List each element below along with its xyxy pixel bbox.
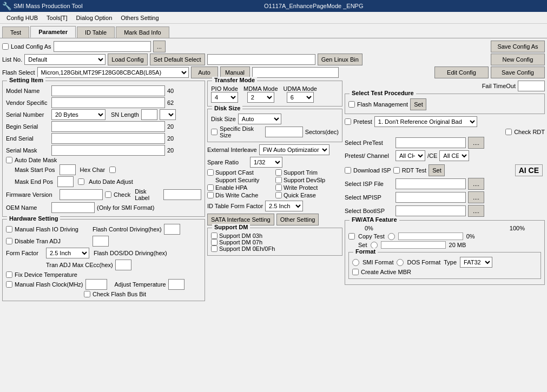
- gen-linux-bin-button[interactable]: Gen Linux Bin: [318, 54, 363, 65]
- flash-dosdo-label: Flash DOS/DO Driving(hex): [94, 250, 167, 256]
- browse-config-button[interactable]: ...: [153, 41, 166, 52]
- tab-bar: Test Parameter ID Table Mark Bad Info: [0, 24, 547, 38]
- auto-date-adjust-checkbox[interactable]: [78, 178, 84, 185]
- download-isp-checkbox[interactable]: [345, 167, 351, 174]
- external-interleave-select[interactable]: FW Auto Optimization: [259, 144, 329, 155]
- new-config-button[interactable]: New Config: [491, 54, 545, 65]
- begin-serial-input[interactable]: AA00000000000000550: [51, 121, 165, 132]
- save-config-as-button[interactable]: Save Config As: [491, 41, 545, 52]
- browse-bootisp-button[interactable]: ....: [468, 205, 484, 217]
- support-dm03h-checkbox[interactable]: [211, 232, 218, 239]
- all-ch-select[interactable]: All CH: [396, 150, 425, 161]
- tab-mark-bad-info[interactable]: Mark Bad Info: [116, 26, 169, 38]
- dos-format-radio[interactable]: [397, 259, 404, 266]
- menu-dialog-option[interactable]: Dialog Option: [72, 14, 117, 22]
- id-table-form-factor-select[interactable]: 2.5 Inch: [265, 201, 303, 211]
- manual-flash-io-checkbox[interactable]: [6, 226, 12, 232]
- mask-start-pos-label: Mask Start Pos: [15, 167, 55, 173]
- vendor-specific-input[interactable]: [51, 97, 165, 108]
- serial-mask-input[interactable]: AA##################: [51, 145, 165, 156]
- support-dm0eh-checkbox[interactable]: [211, 245, 218, 252]
- support-trim-checkbox[interactable]: [275, 169, 282, 176]
- specific-disk-size-checkbox[interactable]: [211, 129, 218, 135]
- check-flash-bus-bit-checkbox[interactable]: [84, 291, 90, 297]
- load-config-input[interactable]: [54, 41, 151, 52]
- support-devslp-checkbox[interactable]: [275, 177, 282, 183]
- manual-flash-clock-checkbox[interactable]: [6, 281, 12, 288]
- check-checkbox[interactable]: [105, 191, 111, 198]
- dis-write-cache-checkbox[interactable]: [207, 192, 214, 198]
- save-config-button[interactable]: Save Config: [491, 67, 545, 78]
- select-isp-file-input[interactable]: 2246nonDramRDT.bin: [396, 178, 466, 189]
- flash-management-checkbox[interactable]: [348, 101, 355, 108]
- flash-control-driving-input[interactable]: 77: [164, 224, 180, 235]
- support-cfast-checkbox[interactable]: [207, 169, 214, 176]
- list-no-select[interactable]: Default: [24, 54, 106, 65]
- disable-tran-adj-checkbox[interactable]: [6, 238, 12, 244]
- model-name-input[interactable]: SILICONMOTION SM2246XT: [51, 85, 165, 96]
- firmware-version-input[interactable]: [60, 189, 103, 200]
- pio-mode-select[interactable]: 4: [211, 92, 238, 103]
- browse-pretest-button[interactable]: ....: [468, 137, 484, 149]
- enable-hpa-checkbox[interactable]: [207, 184, 214, 191]
- disk-size-select[interactable]: Auto: [238, 114, 281, 124]
- tab-test[interactable]: Test: [2, 26, 29, 38]
- disk-label-input[interactable]: SSD DISK: [163, 189, 201, 200]
- spare-ratio-select[interactable]: 1/32: [250, 157, 282, 168]
- tran-adj-input[interactable]: 0: [115, 260, 131, 270]
- rdt-test-checkbox[interactable]: [393, 167, 400, 174]
- support-dm07h-checkbox[interactable]: [211, 239, 218, 245]
- isp-set-button[interactable]: Set: [429, 164, 445, 176]
- flash-dosdo-input[interactable]: 77: [93, 236, 109, 247]
- mask-start-pos-input[interactable]: 3: [60, 164, 76, 175]
- sn-length-type[interactable]: [160, 109, 176, 120]
- tab-parameter[interactable]: Parameter: [30, 26, 76, 38]
- serial-number-select[interactable]: 20 Bytes: [51, 109, 106, 120]
- load-config-button[interactable]: Load Config: [108, 54, 147, 65]
- specific-disk-size-input[interactable]: 13000000: [265, 127, 303, 137]
- sn-length-input[interactable]: 20: [141, 109, 157, 120]
- select-mpisp-input[interactable]: MPISP2246.bin: [396, 192, 466, 203]
- form-factor-select[interactable]: 2.5 Inch: [46, 248, 89, 258]
- menu-config-hub[interactable]: Config HUB: [2, 14, 42, 22]
- write-protect-checkbox[interactable]: [275, 184, 282, 191]
- select-bootisp-input[interactable]: BootISP2246.bin: [396, 205, 466, 216]
- mask-end-pos-input[interactable]: 10: [57, 176, 74, 187]
- flash-management-set-button[interactable]: Set: [410, 98, 426, 110]
- adjust-temp-input[interactable]: 0: [168, 279, 184, 290]
- quick-erase-checkbox[interactable]: [275, 192, 282, 198]
- browse-isp-button[interactable]: ....: [468, 178, 484, 190]
- pretest-select[interactable]: 1. Don't Reference Original Bad: [374, 116, 477, 127]
- oem-name-input[interactable]: DISKDISK: [51, 202, 95, 213]
- smi-format-radio[interactable]: [352, 259, 359, 266]
- fail-timeout-input[interactable]: 600: [518, 81, 545, 91]
- auto-date-mask-checkbox[interactable]: [6, 157, 12, 163]
- create-active-mbr-checkbox[interactable]: [352, 269, 359, 275]
- manual-flash-clock-input[interactable]: 200: [85, 279, 107, 290]
- app-icon: 🔧: [2, 2, 11, 10]
- edit-config-button[interactable]: Edit Config: [434, 67, 489, 78]
- other-setting-button[interactable]: Other Setting: [276, 214, 319, 225]
- menu-tools[interactable]: Tools[T]: [42, 14, 72, 22]
- browse-mpisp-button[interactable]: ....: [468, 191, 484, 203]
- copy-test-radio1[interactable]: [388, 233, 395, 240]
- type-select[interactable]: FAT32: [460, 257, 492, 268]
- copy-test-radio2[interactable]: [371, 242, 378, 249]
- udma-mode-select[interactable]: 6: [287, 92, 314, 103]
- copy-test-checkbox[interactable]: [348, 233, 355, 240]
- mdma-mode-select[interactable]: 2: [247, 92, 274, 103]
- all-ce-select[interactable]: All CE: [439, 150, 469, 161]
- flash-select[interactable]: Micron,128Gbit,MT29F128G08CBCAB(L85A): [37, 67, 189, 78]
- tab-id-table[interactable]: ID Table: [77, 26, 115, 38]
- select-pretest-input[interactable]: PTEST2246.bin: [396, 137, 466, 148]
- load-config-checkbox[interactable]: [2, 43, 9, 50]
- fix-device-temp-checkbox[interactable]: [6, 271, 12, 278]
- end-serial-input[interactable]: AA00000000000001000: [51, 133, 165, 144]
- pretest-checkbox[interactable]: [345, 118, 351, 125]
- database-input[interactable]: SM2246XT-DataBase-O1127: [252, 67, 339, 78]
- hex-char-checkbox[interactable]: [109, 167, 116, 173]
- menu-others-setting[interactable]: Others Setting: [116, 14, 163, 22]
- set-default-select-button[interactable]: Set Default Select: [150, 54, 205, 65]
- flash-chip-input[interactable]: Micron,128Gbit,MT29F128G08CBCAB(L85A): [207, 54, 315, 65]
- check-rdt-checkbox[interactable]: [505, 129, 512, 135]
